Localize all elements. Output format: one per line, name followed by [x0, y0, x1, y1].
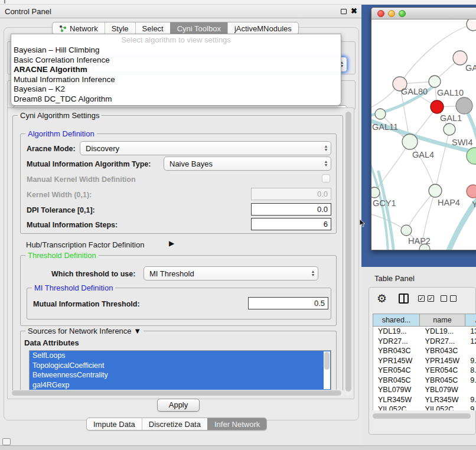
mi-type-value: Naive Bayes [164, 159, 321, 168]
list-vertical-scrollbar[interactable] [324, 351, 330, 389]
aracne-mode-combobox[interactable]: Discovery ▲▼ [80, 141, 331, 155]
manual-kernel-checkbox[interactable] [322, 174, 330, 182]
control-panel-tabs: Network Style Select Cyni Toolbox jActiv… [52, 22, 299, 35]
gear-icon[interactable]: ⚙ [377, 293, 387, 304]
tab-style[interactable]: Style [105, 22, 135, 34]
list-item[interactable]: gal4RGexp [30, 380, 331, 390]
table-row[interactable]: YIL052CYIL052C9 [373, 405, 476, 410]
tab-network[interactable]: Network [53, 22, 105, 34]
dropdown-item[interactable]: Bayesian – Hill Climbing [11, 45, 341, 56]
network-graph: GAL GAL80 GAL10 GAL1 GAL11 SWI4 GAL4 GCY… [371, 19, 476, 250]
dropdown-item-selected[interactable]: ARACNE Algorithm [11, 65, 341, 75]
tab-discretize-data[interactable]: Discretize Data [142, 418, 207, 430]
settings-vertical-scrollbar[interactable] [345, 110, 352, 396]
table-row[interactable]: YLR345WYLR345W9. [373, 395, 476, 405]
checkbox-checked-icon[interactable]: ✓ [428, 295, 434, 302]
which-threshold-combobox[interactable]: MI Threshold ▲▼ [144, 266, 318, 281]
tab-impute-data[interactable]: Impute Data [87, 418, 142, 430]
checkbox-unchecked-icon[interactable] [450, 295, 457, 302]
node-table-body[interactable]: YDL19...YDL19...13 YDR27...YDR27...12 YB… [373, 327, 476, 410]
table-row[interactable]: YBL079WYBL079W [373, 385, 476, 395]
sources-title: Sources for Network Inference ▼ [25, 327, 144, 335]
table-row[interactable]: YER054CYER054C8. [373, 366, 476, 376]
zoom-traffic-light[interactable] [399, 10, 406, 17]
node-label: HAP2 [408, 236, 431, 246]
table-row[interactable]: YPR145WYPR145W9. [373, 356, 476, 366]
dropdown-item[interactable]: Bayesian – K2 [11, 84, 341, 94]
which-threshold-value: MI Threshold [144, 269, 308, 278]
list-item[interactable]: SelfLoops [30, 351, 331, 361]
tab-cyni-toolbox[interactable]: Cyni Toolbox [170, 22, 227, 34]
close-icon[interactable]: ✖ [351, 6, 357, 15]
table-panel: Table Panel ⚙ ✓ ✓ shared... name A YDL19… [361, 267, 476, 445]
table-panel-box: ⚙ ✓ ✓ shared... name A YDL19...YDL19...1… [369, 287, 476, 435]
dropdown-item[interactable]: Basic Correlation Inference [11, 56, 341, 66]
mi-threshold-field[interactable]: 0.5 [248, 297, 328, 309]
tab-cyni-toolbox-label: Cyni Toolbox [177, 24, 221, 33]
column-header-name[interactable]: name [420, 314, 465, 327]
settings-horizontal-scrollbar[interactable] [11, 390, 344, 396]
checkbox-unchecked-icon[interactable] [441, 295, 447, 302]
mi-threshold-group: MI Threshold Definition Mutual Informati… [27, 288, 331, 319]
tab-select-label: Select [142, 24, 164, 33]
combo-stepper-icon: ▲▼ [321, 160, 331, 167]
dpi-tolerance-field[interactable]: 0.0 [251, 203, 331, 216]
tab-infer-network-label: Infer Network [214, 420, 260, 429]
panel-corner-icon[interactable] [2, 438, 11, 445]
mi-threshold-title: MI Threshold Definition [32, 283, 115, 292]
column-header-shared-name[interactable]: shared... [373, 314, 420, 327]
mi-type-label: Mutual Information Algorithm Type: [27, 160, 151, 168]
node-label: Y [472, 200, 476, 209]
table-row[interactable]: YDR27...YDR27...12 [373, 337, 476, 347]
list-item[interactable]: BetweennessCentrality [30, 370, 331, 380]
float-window-icon[interactable] [341, 9, 347, 14]
hub-definition-label[interactable]: Hub/Transcription Factor Definition [26, 240, 144, 249]
combo-stepper-icon: ▲▼ [308, 270, 318, 277]
tab-style-label: Style [112, 24, 129, 33]
mi-threshold-label: Mutual Information Threshold: [33, 300, 140, 308]
node-label: HAP4 [438, 198, 460, 207]
dropdown-item[interactable]: Dream8 DC_TDC Algorithm [11, 94, 341, 105]
table-row[interactable]: YBR045CYBR045C9. [373, 376, 476, 386]
app-top-strip [0, 0, 476, 5]
control-panel-title: Control Panel [5, 7, 51, 16]
columns-icon[interactable] [399, 294, 409, 304]
checkbox-checked-icon[interactable]: ✓ [418, 295, 425, 302]
kernel-width-field[interactable]: 0.0 [251, 188, 331, 200]
screen: Control Panel ✖ Network Style Select Cyn… [0, 0, 476, 450]
mi-type-combobox[interactable]: Naive Bayes ▲▼ [164, 156, 331, 171]
tab-impute-data-label: Impute Data [93, 420, 135, 429]
tab-jactivemnodules-label: jActiveMNodules [234, 24, 292, 33]
sources-group: Sources for Network Inference ▼ Data Att… [20, 331, 337, 391]
collapse-arrow-icon[interactable]: ▼ [133, 327, 141, 335]
mi-steps-field[interactable]: 6 [251, 218, 331, 230]
list-item[interactable]: TopologicalCoefficient [30, 361, 331, 371]
cyni-algorithm-settings-group: Cyni Algorithm Settings Algorithm Defini… [12, 115, 343, 393]
table-row[interactable]: YBR043CYBR043C [373, 346, 476, 356]
table-horizontal-scrollbar[interactable] [372, 413, 474, 419]
network-canvas[interactable]: GAL GAL80 GAL10 GAL1 GAL11 SWI4 GAL4 GCY… [371, 19, 476, 250]
threshold-definition-group: Threshold Definition Which threshold to … [20, 255, 337, 326]
table-row[interactable]: YDL19...YDL19...13 [373, 327, 476, 337]
dropdown-item[interactable]: Mutual Information Inference [11, 75, 341, 85]
column-header-clipped[interactable]: A [465, 314, 476, 327]
node-label: GAL10 [437, 88, 464, 97]
tab-select[interactable]: Select [135, 22, 170, 34]
node-label: GAL4 [412, 150, 434, 159]
node-label: GAL11 [372, 122, 398, 132]
dropdown-placeholder: Select algorithm to view settings [11, 35, 341, 45]
cyni-settings-scrollpane: Cyni Algorithm Settings Algorithm Defini… [7, 107, 354, 399]
tab-discretize-data-label: Discretize Data [149, 420, 201, 429]
tab-infer-network[interactable]: Infer Network [207, 418, 266, 430]
data-attributes-list[interactable]: SelfLoops TopologicalCoefficient Between… [29, 350, 331, 392]
node-label: GCY1 [373, 198, 396, 208]
kernel-width-label: Kernel Width (0,1): [27, 191, 92, 199]
tab-jactivemnodules[interactable]: jActiveMNodules [227, 22, 298, 34]
mouse-cursor [359, 219, 366, 227]
minimize-traffic-light[interactable] [388, 10, 395, 17]
close-traffic-light[interactable] [377, 10, 384, 17]
node-label: GAL1 [440, 113, 462, 123]
expand-arrow-icon[interactable]: ▶ [169, 239, 174, 247]
threshold-definition-title: Threshold Definition [25, 251, 99, 260]
apply-button[interactable]: Apply [157, 399, 200, 412]
